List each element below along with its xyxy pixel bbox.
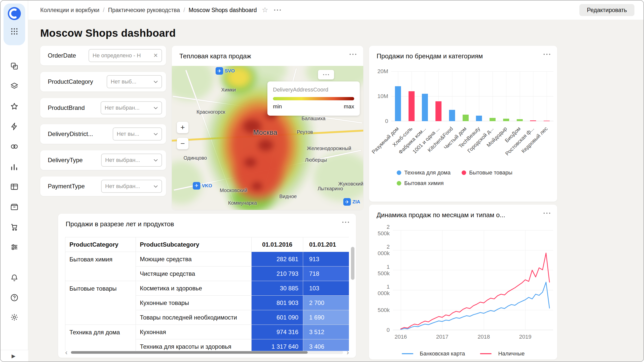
legend-item[interactable]: Наличные: [480, 350, 525, 357]
vertical-gridline: [479, 71, 479, 121]
map-zoom-controls: + −: [177, 122, 188, 149]
sales-table: ProductCategory ProductSubcategory 01.01…: [65, 237, 349, 351]
airport-marker: ✈VKO: [193, 182, 212, 190]
line-series[interactable]: [401, 253, 549, 329]
sidebar-expand-icon[interactable]: ▶: [12, 353, 15, 359]
moscow-map[interactable]: ХимкиКрасногорскМоскваБалашихаРеутовЖеле…: [172, 66, 363, 210]
legend-gradient-bar: [273, 97, 354, 100]
y-tick: 1 500k: [376, 264, 390, 277]
bar[interactable]: [517, 119, 523, 121]
airport-code: ZIA: [352, 199, 360, 205]
zoom-in-button[interactable]: +: [177, 122, 188, 133]
bar[interactable]: [463, 115, 469, 121]
filter-orderdate: OrderDate Не определено - Н ✕: [40, 46, 166, 65]
bar[interactable]: [490, 118, 496, 121]
header-more-icon[interactable]: [274, 9, 281, 11]
map-place-label: Реутов: [297, 129, 313, 135]
legend-item[interactable]: Техника для дома: [397, 169, 451, 176]
breadcrumb-separator: /: [103, 7, 104, 14]
bar[interactable]: [544, 121, 550, 121]
help-icon[interactable]: [10, 293, 19, 302]
y-tick: 2 000k: [376, 244, 390, 257]
subcategory-cell: Товары последней необходимости: [136, 310, 252, 325]
notifications-bell-icon[interactable]: [10, 274, 19, 283]
quick-actions-lightning-icon[interactable]: [10, 122, 19, 131]
map-place-label: Балашиха: [302, 116, 326, 121]
heatmap-widget: Тепловая карта продаж: [172, 46, 363, 210]
widget-menu-icon[interactable]: [543, 212, 551, 214]
bar[interactable]: [435, 101, 441, 121]
paymenttype-select[interactable]: Нет выбран...: [101, 180, 162, 193]
gear-icon[interactable]: [10, 313, 19, 322]
widget-menu-icon[interactable]: [349, 53, 357, 55]
bar-chart-area[interactable]: 20M 10M 0 Разумный домХлеб-сольФабрика к…: [376, 69, 551, 202]
legend-title: DeliveryAddressCoord: [273, 86, 354, 93]
scroll-right-icon[interactable]: ›: [347, 349, 349, 356]
favorite-star-icon[interactable]: ☆: [262, 7, 268, 14]
value-cell: 103: [303, 281, 349, 296]
apps-grid-icon[interactable]: [11, 28, 18, 35]
favorites-star-icon[interactable]: [10, 102, 19, 111]
deliverytype-select[interactable]: Нет выбран...: [101, 154, 162, 167]
legend-item[interactable]: Бытовые товары: [462, 169, 512, 176]
productbrand-select[interactable]: Нет выбран...: [101, 101, 162, 114]
breadcrumb-collections[interactable]: Коллекции и воркбуки: [40, 7, 99, 14]
legend-min-label: min: [273, 103, 282, 110]
legend-label: Техника для дома: [404, 169, 451, 176]
table-vertical-scrollbar[interactable]: [351, 237, 354, 351]
storage-box-icon[interactable]: [10, 202, 19, 211]
map-place-label: Коммунарка: [228, 200, 257, 206]
legend-label: Банковская карта: [420, 350, 465, 357]
legend-item[interactable]: Банковская карта: [402, 350, 465, 357]
horizontal-scroll-track[interactable]: [71, 351, 343, 354]
clear-icon[interactable]: ✕: [153, 52, 158, 59]
chevron-down-icon: [153, 133, 158, 135]
datalens-logo-icon[interactable]: [8, 7, 21, 20]
filter-label: ProductCategory: [48, 78, 93, 85]
orderdate-select[interactable]: Не определено - Н ✕: [89, 49, 162, 62]
vertical-scroll-thumb[interactable]: [351, 247, 354, 280]
bar[interactable]: [530, 120, 536, 121]
bar[interactable]: [449, 110, 455, 121]
bar[interactable]: [422, 94, 428, 121]
table-viewport: ProductCategory ProductSubcategory 01.01…: [65, 237, 349, 351]
map-place-label: Московский: [220, 188, 247, 193]
bar[interactable]: [503, 119, 509, 121]
x-tick: 2019: [519, 334, 532, 340]
horizontal-scroll-thumb[interactable]: [71, 351, 308, 354]
zoom-out-button[interactable]: −: [177, 138, 188, 149]
map-more-button[interactable]: [318, 70, 334, 79]
marketplace-cart-icon[interactable]: [10, 222, 19, 232]
line-chart-area[interactable]: 2 500k 2 000k 1 500k 1 000k 500k 0 2016 …: [376, 227, 551, 359]
vertical-gridline: [533, 71, 533, 121]
map-place-label: Москва: [253, 129, 277, 137]
datasets-table-icon[interactable]: [10, 182, 19, 191]
line-chart-legend: Банковская карта Наличные: [376, 350, 551, 357]
workbooks-layers-icon[interactable]: [10, 82, 19, 91]
collections-icon[interactable]: [10, 62, 19, 71]
bar-plot[interactable]: [391, 71, 553, 121]
widget-menu-icon[interactable]: [543, 53, 551, 55]
widget-title: Продажи по брендам и категориям: [377, 52, 483, 60]
scroll-left-icon[interactable]: ‹: [65, 349, 67, 356]
sidebar: ▶: [1, 1, 28, 361]
deliverydistrict-select[interactable]: Нет вы...: [113, 127, 162, 141]
productcategory-select[interactable]: Нет выб...: [107, 75, 162, 88]
y-tick: 500k: [376, 307, 390, 313]
bar[interactable]: [409, 91, 415, 121]
legend-item[interactable]: Бытовая химия: [397, 180, 444, 187]
monthly-sales-line-chart-widget: Динамика продаж по месяцам и типам о... …: [369, 205, 557, 359]
bar[interactable]: [395, 86, 401, 121]
edit-button[interactable]: Редактировать: [579, 4, 634, 16]
breadcrumb-guides[interactable]: Практические руководства: [108, 7, 180, 14]
value-cell: 3 512: [303, 325, 349, 339]
bar[interactable]: [476, 116, 482, 121]
charts-icon[interactable]: [10, 162, 19, 171]
settings-sliders-icon[interactable]: [10, 243, 19, 252]
widget-menu-icon[interactable]: [342, 221, 349, 223]
chevron-down-icon: [153, 185, 158, 188]
filter-label: OrderDate: [48, 52, 76, 59]
connections-icon[interactable]: [10, 142, 19, 151]
line-plot[interactable]: [393, 230, 553, 330]
filter-productcategory: ProductCategory Нет выб...: [40, 72, 166, 92]
